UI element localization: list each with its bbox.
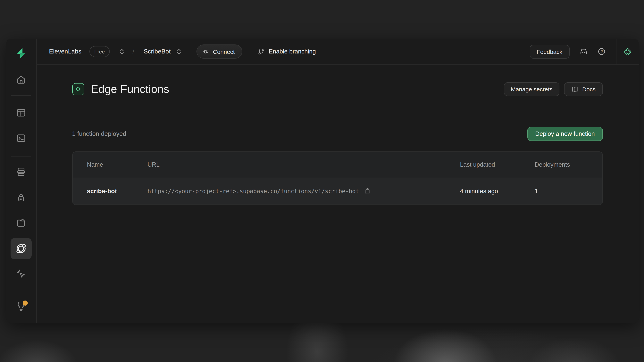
docs-label: Docs	[582, 86, 596, 92]
cursor-click-icon	[16, 269, 26, 279]
supabase-bolt-icon	[15, 47, 28, 60]
function-last-updated: 4 minutes ago	[460, 188, 534, 195]
enable-branching-label: Enable branching	[269, 48, 316, 55]
sidebar-item-edge-functions-active[interactable]	[11, 238, 32, 259]
table-editor-icon	[16, 108, 26, 118]
supabase-logo-icon[interactable]	[15, 47, 28, 60]
breadcrumb-separator: /	[133, 48, 134, 55]
function-name: scribe-bot	[87, 188, 148, 195]
sidebar-item-authentication[interactable]	[16, 192, 26, 203]
screen: ElevenLabs Free / ScribeBot	[0, 0, 644, 362]
copy-url-icon[interactable]	[364, 188, 371, 195]
assistant-panel-toggle[interactable]	[616, 39, 638, 64]
sidebar-item-sql-editor[interactable]	[16, 133, 26, 143]
sidebar	[6, 39, 36, 323]
column-header-url: URL	[148, 161, 460, 168]
sidebar-item-table-editor[interactable]	[16, 108, 26, 118]
enable-branching-button[interactable]: Enable branching	[258, 48, 316, 55]
project-name[interactable]: ScribeBot	[144, 48, 171, 55]
main-content: Edge Functions Manage secrets Docs	[36, 65, 638, 323]
org-name[interactable]: ElevenLabs	[49, 48, 82, 55]
function-deployments: 1	[534, 188, 602, 195]
home-icon	[16, 74, 26, 85]
connect-label: Connect	[213, 48, 235, 55]
project-switcher[interactable]	[176, 48, 182, 55]
table-row[interactable]: scribe-bot https://<your-project-ref>.su…	[72, 178, 602, 205]
chevrons-up-down-icon	[119, 48, 125, 55]
column-header-last-updated: Last updated	[460, 161, 534, 168]
column-header-deployments: Deployments	[534, 161, 602, 168]
auth-lock-icon	[16, 192, 26, 203]
assistant-diamond-icon	[622, 47, 632, 56]
sidebar-item-storage[interactable]	[16, 218, 26, 228]
org-switcher[interactable]	[119, 48, 125, 55]
functions-toolbar: 1 function deployed Deploy a new functio…	[72, 127, 602, 141]
breadcrumb: ElevenLabs Free / ScribeBot	[49, 44, 316, 58]
top-bar: ElevenLabs Free / ScribeBot	[36, 39, 638, 65]
git-branch-icon	[258, 48, 265, 55]
page-title: Edge Functions	[91, 82, 169, 95]
docs-button[interactable]: Docs	[564, 82, 602, 96]
feedback-button[interactable]: Feedback	[530, 45, 570, 58]
connect-button[interactable]: Connect	[196, 44, 242, 58]
column-header-name: Name	[87, 161, 148, 168]
database-icon	[16, 167, 26, 177]
notification-dot	[23, 301, 28, 306]
table-header-row: Name URL Last updated Deployments	[72, 152, 602, 178]
book-icon	[571, 85, 579, 93]
sidebar-divider	[11, 95, 31, 96]
deployed-count: 1 function deployed	[72, 130, 126, 137]
edge-functions-orbit-icon	[16, 243, 27, 254]
sql-editor-icon	[16, 133, 26, 143]
svg-text:?: ?	[600, 49, 602, 54]
deploy-new-function-button[interactable]: Deploy a new function	[528, 127, 602, 141]
top-bar-actions: Feedback ?	[530, 45, 616, 58]
app-window: ElevenLabs Free / ScribeBot	[6, 39, 638, 323]
help-icon[interactable]: ?	[598, 48, 605, 55]
plan-badge: Free	[89, 46, 110, 57]
manage-secrets-label: Manage secrets	[511, 86, 552, 92]
inbox-icon[interactable]	[580, 48, 587, 55]
storage-folder-icon	[16, 218, 26, 228]
plug-icon	[203, 48, 210, 55]
sidebar-item-advisors[interactable]	[16, 302, 26, 312]
sidebar-divider	[11, 156, 31, 156]
sidebar-item-home[interactable]	[16, 74, 26, 85]
functions-table: Name URL Last updated Deployments scribe…	[72, 151, 602, 205]
function-url: https://<your-project-ref>.supabase.co/f…	[148, 188, 359, 195]
sidebar-item-realtime[interactable]	[16, 269, 26, 279]
manage-secrets-button[interactable]: Manage secrets	[504, 82, 560, 96]
sidebar-divider	[11, 292, 31, 292]
sidebar-item-database[interactable]	[16, 167, 26, 177]
edge-functions-badge-icon	[72, 83, 84, 95]
desktop-wallpaper	[0, 320, 644, 362]
page-header: Edge Functions Manage secrets Docs	[72, 82, 602, 96]
chevrons-up-down-icon	[176, 48, 182, 55]
